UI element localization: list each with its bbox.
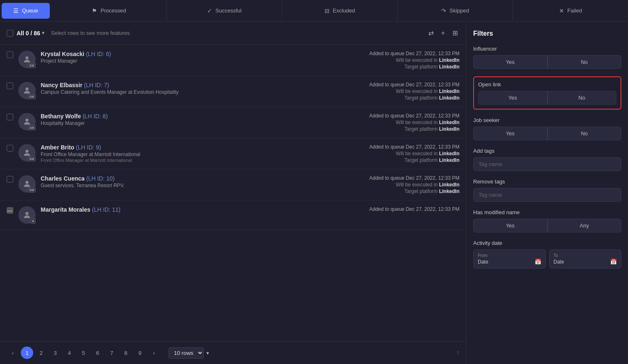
row-title: Campus Catering and Events Manager at Ev… [41, 89, 338, 95]
tab-queue-label: Queue [22, 7, 38, 14]
failed-icon: ✕ [559, 7, 564, 14]
select-all-checkbox[interactable] [7, 30, 13, 37]
tab-successful[interactable]: ✓ Successful [167, 0, 282, 21]
row-title: Guest services. Terranea Resort RPV. [41, 183, 338, 188]
page-btn-8[interactable]: 8 [120, 347, 132, 359]
page-btn-1[interactable]: 1 [21, 347, 33, 359]
to-date-inner: Date 📅 [554, 259, 617, 265]
row-meta: Added to queue Dec 27, 2022, 12:33 PM Wi… [343, 82, 459, 101]
page-btn-3[interactable]: 3 [49, 347, 61, 359]
tab-excluded[interactable]: ⊟ Excluded [282, 0, 398, 21]
row-name: Nancy Elbassir (LH ID: 7) [41, 82, 338, 88]
table-row[interactable]: — ● Margarita Morales (LH ID: 11) Added … [0, 200, 466, 230]
from-label: From [478, 253, 541, 258]
toolbar-left: All 0 / 86 ▾ Select rows to see more fea… [7, 30, 130, 37]
page-btn-6[interactable]: 6 [91, 347, 104, 359]
row-checkbox[interactable] [7, 176, 13, 183]
add-tags-input[interactable] [473, 157, 621, 171]
job-seeker-no-btn[interactable]: No [547, 127, 622, 140]
row-date: Added to queue Dec 27, 2022, 12:33 PM [343, 206, 459, 212]
table-row[interactable]: 1st Nancy Elbassir (LH ID: 7) Campus Cat… [0, 76, 466, 107]
tab-failed-label: Failed [567, 7, 582, 14]
table-row[interactable]: 1st Bethany Wolfe (LH ID: 8) Hospitality… [0, 107, 466, 138]
open-link-yes-btn[interactable]: Yes [478, 91, 547, 105]
svg-point-0 [25, 56, 28, 59]
tab-queue[interactable]: ☰ Queue [2, 3, 50, 19]
modified-name-yes-btn[interactable]: Yes [473, 219, 547, 232]
remove-tags-input[interactable] [473, 188, 621, 202]
open-link-no-btn[interactable]: No [547, 91, 617, 105]
page-btn-5[interactable]: 5 [77, 347, 90, 359]
avatar-badge: 1st [27, 125, 36, 130]
filter-icon-btn[interactable]: ⇄ [427, 27, 435, 39]
tab-excluded-label: Excluded [333, 7, 355, 14]
row-meta: Added to queue Dec 27, 2022, 12:33 PM Wi… [343, 144, 459, 163]
page-btn-2[interactable]: 2 [35, 347, 47, 359]
to-date-value: Date [554, 259, 564, 265]
tab-failed[interactable]: ✕ Failed [513, 0, 628, 21]
row-title: Hospitality Manager [41, 120, 338, 126]
filter-activity-date: Activity date From Date 📅 To Date 📅 [473, 240, 621, 269]
toolbar-right: ⇄ + ⊞ [427, 27, 459, 39]
has-modified-name-toggle-group: Yes Any [473, 219, 621, 232]
tab-successful-label: Successful [215, 7, 242, 14]
row-checkbox[interactable] [7, 83, 13, 89]
scroll-top-btn[interactable]: ↑ [456, 349, 459, 357]
open-link-label: Open link [478, 81, 616, 88]
toolbar: All 0 / 86 ▾ Select rows to see more fea… [0, 22, 466, 45]
add-icon-btn[interactable]: + [440, 28, 447, 39]
avatar-wrap: 1st [18, 113, 36, 130]
row-target-platform: Target platform LinkedIn [343, 126, 459, 132]
row-subtitle: Front Office Manager at Marriott Interna… [41, 158, 338, 163]
page-btn-4[interactable]: 4 [63, 347, 76, 359]
columns-icon-btn[interactable]: ⊞ [451, 27, 459, 39]
row-title: Project Manager [41, 58, 338, 64]
row-checkbox[interactable]: — [7, 207, 13, 214]
svg-point-2 [25, 119, 28, 122]
has-modified-name-label: Has modified name [473, 209, 621, 215]
tab-processed[interactable]: ⚑ Processed [51, 0, 167, 21]
select-hint: Select rows to see more features [51, 30, 130, 36]
avatar-wrap: 1st [18, 82, 36, 99]
rows-chevron-icon: ▾ [206, 350, 209, 356]
tab-bar: ☰ Queue ⚑ Processed ✓ Successful ⊟ Exclu… [0, 0, 628, 22]
processed-icon: ⚑ [92, 7, 97, 14]
table-row[interactable]: 1st Amber Brito (LH ID: 9) Front Office … [0, 138, 466, 169]
row-name: Charles Cuenca (LH ID: 10) [41, 175, 338, 182]
rows-per-page-select[interactable]: 10 rows 25 rows 50 rows [169, 347, 204, 359]
row-name: Margarita Morales (LH ID: 11) [41, 206, 338, 213]
row-lh-id: (LH ID: 10) [86, 175, 115, 182]
influencer-yes-btn[interactable]: Yes [473, 55, 547, 69]
tab-skipped[interactable]: ↷ Skipped [398, 0, 513, 21]
to-calendar-icon: 📅 [610, 259, 617, 265]
all-count: All 0 / 86 ▾ [17, 30, 44, 37]
remove-tags-label: Remove tags [473, 178, 621, 185]
page-btn-9[interactable]: 9 [134, 347, 146, 359]
page-btn-7[interactable]: 7 [105, 347, 118, 359]
avatar-badge: 1st [27, 156, 36, 161]
influencer-no-btn[interactable]: No [547, 55, 622, 69]
next-page-btn[interactable]: › [148, 347, 160, 359]
row-checkbox[interactable] [7, 51, 13, 58]
open-link-toggle-group: Yes No [478, 91, 616, 105]
row-meta: Added to queue Dec 27, 2022, 12:33 PM Wi… [343, 113, 459, 132]
to-date-field[interactable]: To Date 📅 [549, 249, 622, 269]
row-target-platform: Target platform LinkedIn [343, 188, 459, 194]
prev-page-btn[interactable]: ‹ [7, 347, 19, 359]
row-name: Amber Brito (LH ID: 9) [41, 144, 338, 151]
row-checkbox[interactable] [7, 114, 13, 120]
row-checkbox[interactable] [7, 145, 13, 151]
row-executed-in: Will be executed in LinkedIn [343, 120, 459, 125]
row-date: Added to queue Dec 27, 2022, 12:33 PM [343, 51, 459, 56]
from-date-field[interactable]: From Date 📅 [473, 249, 546, 269]
table-row[interactable]: 1st Charles Cuenca (LH ID: 10) Guest ser… [0, 169, 466, 200]
count-chevron-icon[interactable]: ▾ [42, 30, 44, 36]
modified-name-any-btn[interactable]: Any [547, 219, 622, 232]
filters-panel: Filters Influencer Yes No Open link Yes … [466, 22, 628, 364]
skipped-icon: ↷ [441, 7, 446, 14]
filter-add-tags: Add tags [473, 148, 621, 171]
row-meta: Added to queue Dec 27, 2022, 12:33 PM Wi… [343, 51, 459, 70]
row-target-platform: Target platform LinkedIn [343, 157, 459, 163]
job-seeker-yes-btn[interactable]: Yes [473, 127, 547, 140]
table-row[interactable]: 1st Krystal Kosacki (LH ID: 6) Project M… [0, 45, 466, 76]
